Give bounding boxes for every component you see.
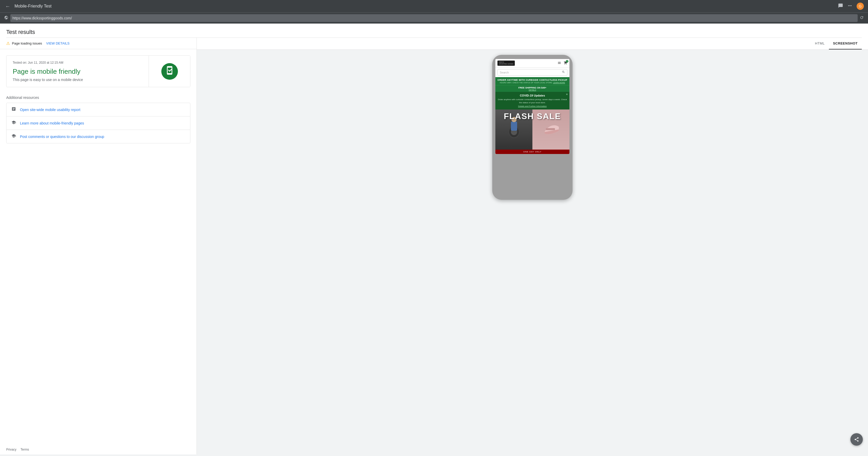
refresh-icon[interactable]: [860, 15, 864, 21]
phone-menu-icon: [558, 61, 561, 65]
phone-logo: DICK'S SPORTING GOODS: [497, 61, 515, 66]
apps-icon[interactable]: [847, 3, 852, 9]
footer: Privacy Terms: [0, 445, 35, 454]
mobile-friendly-icon: [161, 63, 178, 80]
phone-search-bar[interactable]: Search: [497, 69, 567, 75]
panels: ⚠ Page loading issues VIEW DETAILS Teste…: [0, 38, 868, 454]
result-card-right: [149, 56, 190, 87]
phone-covid-desc: Order anytime with curbside contactless …: [497, 98, 567, 104]
test-results-header: Test results: [0, 24, 868, 38]
loading-issues-label: Page loading issues: [12, 41, 42, 45]
phone-shipping-banner: FREE SHIPPING ON $49+ DETAILS: [495, 85, 569, 92]
additional-resources-title: Additional resources: [6, 96, 190, 100]
left-panel: ⚠ Page loading issues VIEW DETAILS Teste…: [0, 38, 197, 454]
terms-link[interactable]: Terms: [21, 448, 29, 451]
warning-icon: ⚠: [6, 41, 10, 46]
back-button[interactable]: ←: [4, 2, 11, 10]
phone-logo-line1: DICK'S: [499, 61, 513, 63]
result-card-left: Tested on: Jun 11, 2020 at 12:15 AM Page…: [6, 56, 149, 87]
flash-sale-bottom: ONE DAY ONLY: [495, 150, 569, 154]
privacy-link[interactable]: Privacy: [6, 448, 16, 451]
phone-cart-icon: 0: [564, 61, 567, 65]
toolbar-actions: G: [838, 3, 864, 10]
phone-logo-line2: SPORTING GOODS: [499, 63, 513, 65]
user-avatar[interactable]: G: [857, 3, 864, 10]
flash-sale-text: FLASH SALE: [495, 111, 569, 121]
cart-badge: 0: [566, 60, 568, 63]
phone-area: DICK'S SPORTING GOODS 0: [197, 50, 868, 454]
main-content: Test results ⚠ Page loading issues VIEW …: [0, 24, 868, 454]
result-card: Tested on: Jun 11, 2020 at 12:15 AM Page…: [6, 55, 190, 87]
toolbar: ← Mobile-Friendly Test G: [0, 0, 868, 12]
phone-banner-sub: HOURS VARY. CHECK THE STATUS OF YOUR LOC…: [497, 82, 567, 84]
phone-header: DICK'S SPORTING GOODS 0: [495, 59, 569, 68]
loading-issues-bar: ⚠ Page loading issues VIEW DETAILS: [0, 38, 196, 49]
toolbar-title: Mobile-Friendly Test: [14, 4, 835, 8]
phone-covid-close[interactable]: ✕: [566, 93, 568, 96]
phone-shipping-link[interactable]: DETAILS: [497, 89, 567, 91]
svg-rect-2: [511, 122, 517, 131]
phone-covid-link[interactable]: Details and Further Information: [497, 105, 567, 107]
result-area: Tested on: Jun 11, 2020 at 12:15 AM Page…: [0, 49, 196, 150]
phone-header-icons: 0: [558, 61, 567, 65]
resource-text-learn: Learn more about mobile-friendly pages: [20, 121, 84, 125]
resource-item-discussion[interactable]: Post comments or questions to our discus…: [6, 130, 190, 143]
phone-frame: DICK'S SPORTING GOODS 0: [492, 55, 572, 200]
phone-curbside-banner: ORDER ANYTIME WITH CURBSIDE CONTACTLESS …: [495, 77, 569, 85]
right-panel: HTML SCREENSHOT DICK'S SPORTING GOODS: [197, 38, 868, 454]
mobile-friendly-title: Page is mobile friendly: [13, 68, 143, 75]
discussion-icon: [11, 134, 17, 139]
test-results-title: Test results: [6, 29, 862, 38]
phone-covid-banner: ✕ COVID-19 Updates Order anytime with cu…: [495, 92, 569, 109]
tested-on-text: Tested on: Jun 11, 2020 at 12:15 AM: [13, 61, 143, 64]
globe-icon: [4, 15, 8, 21]
mobile-friendly-desc: This page is easy to use on a mobile dev…: [13, 78, 143, 82]
urlbar: [0, 12, 868, 24]
phone-covid-title: COVID-19 Updates: [497, 94, 567, 97]
phone-shipping-text: FREE SHIPPING ON $49+: [497, 87, 567, 89]
phone-check-icon: [165, 66, 174, 77]
resource-text-usability: Open site-wide mobile usability report: [20, 108, 80, 112]
tab-screenshot[interactable]: SCREENSHOT: [829, 38, 862, 50]
tab-bar: HTML SCREENSHOT: [197, 38, 868, 50]
flash-sale-bottom-text: ONE DAY ONLY: [496, 151, 568, 153]
feedback-icon[interactable]: [838, 3, 843, 9]
phone-search-icon: [562, 70, 565, 74]
phone-screen: DICK'S SPORTING GOODS 0: [495, 59, 569, 154]
resource-item-usability[interactable]: Open site-wide mobile usability report: [6, 103, 190, 117]
view-details-link[interactable]: VIEW DETAILS: [46, 41, 69, 45]
url-input[interactable]: [10, 14, 858, 22]
svg-rect-4: [546, 128, 555, 130]
phone-banner-learn-link[interactable]: LEARN MORE: [553, 82, 565, 84]
phone-search-placeholder: Search: [500, 71, 562, 74]
phone-flash-sale: FLASH SALE: [495, 109, 569, 150]
share-fab[interactable]: [850, 433, 863, 446]
resources-card: Open site-wide mobile usability report L…: [6, 103, 190, 143]
tab-html[interactable]: HTML: [811, 38, 829, 50]
phone-banner-title: ORDER ANYTIME WITH CURBSIDE CONTACTLESS …: [497, 79, 567, 81]
resource-text-discussion: Post comments or questions to our discus…: [20, 135, 104, 139]
usability-icon: [11, 107, 17, 112]
resource-item-learn[interactable]: Learn more about mobile-friendly pages: [6, 117, 190, 130]
learn-icon: [11, 120, 17, 126]
